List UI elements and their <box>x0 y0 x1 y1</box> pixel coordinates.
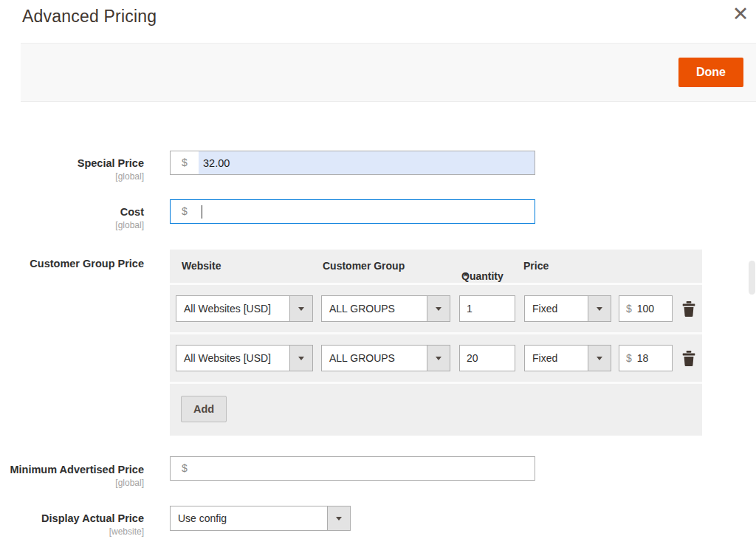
special-price-label-col: Special Price [global] <box>0 151 144 182</box>
delete-row-button[interactable] <box>681 301 697 317</box>
cost-label: Cost <box>0 206 144 219</box>
delete-row-button[interactable] <box>681 351 697 367</box>
required-asterisk: * <box>464 270 467 282</box>
display-actual-price-select[interactable]: Use config <box>170 506 351 531</box>
map-label-col: Minimum Advertised Price [global] <box>0 456 144 488</box>
price-input[interactable] <box>637 352 672 364</box>
map-row: Minimum Advertised Price [global] $ <box>0 456 756 488</box>
page-title: Advanced Pricing <box>22 7 157 27</box>
price-type-select[interactable]: Fixed <box>524 345 611 371</box>
minimum-advertised-price-input[interactable] <box>199 457 535 480</box>
chevron-down-icon <box>298 357 304 360</box>
customer-group-select[interactable]: ALL GROUPS <box>321 295 450 322</box>
website-select[interactable]: All Websites [USD] <box>176 345 313 371</box>
price-type-select[interactable]: Fixed <box>524 295 611 322</box>
currency-prefix: $ <box>171 151 199 174</box>
chevron-down-icon <box>597 357 602 360</box>
display-actual-price-scope: [website] <box>0 526 144 537</box>
quantity-input[interactable] <box>459 345 515 371</box>
table-row: All Websites [USD] ALL GROUPS Fixed $ <box>170 334 702 382</box>
close-button[interactable]: ✕ <box>728 1 753 27</box>
currency-prefix: $ <box>619 352 637 364</box>
col-header-price: Price <box>523 260 549 272</box>
special-price-row: Special Price [global] $ <box>0 151 756 182</box>
chevron-down-icon <box>597 307 602 311</box>
map-label: Minimum Advertised Price <box>0 464 144 476</box>
chevron-down-icon <box>298 307 304 311</box>
quantity-input[interactable] <box>459 295 515 322</box>
special-price-scope: [global] <box>0 171 144 182</box>
advanced-pricing-modal: Advanced Pricing ✕ Done Special Price [g… <box>0 0 756 553</box>
col-header-customer-group: Customer Group <box>323 260 405 272</box>
special-price-input[interactable] <box>199 151 535 174</box>
chevron-down-icon <box>436 307 441 311</box>
cost-scope: [global] <box>0 220 144 230</box>
cost-field-wrap: $ <box>170 199 535 224</box>
add-row-band: Add <box>170 384 702 436</box>
trash-icon <box>682 301 695 317</box>
display-actual-price-label: Display Actual Price <box>0 512 144 525</box>
scrollbar-thumb[interactable] <box>749 261 755 295</box>
done-button[interactable]: Done <box>678 58 743 87</box>
group-price-field-wrap: $ <box>619 345 673 371</box>
price-input[interactable] <box>637 303 672 315</box>
currency-prefix: $ <box>619 303 637 315</box>
group-price-header: Website Customer Group Quantity* Price <box>170 250 702 283</box>
special-price-label: Special Price <box>0 157 144 170</box>
cost-label-col: Cost [global] <box>0 199 144 230</box>
currency-prefix: $ <box>171 457 199 480</box>
table-row: All Websites [USD] ALL GROUPS Fixed $ <box>170 285 702 332</box>
website-select[interactable]: All Websites [USD] <box>176 295 313 322</box>
trash-icon <box>682 351 695 366</box>
dap-label-col: Display Actual Price [website] <box>0 506 144 537</box>
close-icon: ✕ <box>732 2 749 25</box>
map-scope: [global] <box>0 478 144 488</box>
currency-prefix: $ <box>171 200 199 223</box>
special-price-field-wrap: $ <box>170 151 535 175</box>
col-header-website: Website <box>182 260 221 272</box>
chevron-down-icon <box>336 517 342 521</box>
cost-row: Cost [global] $ <box>0 199 756 230</box>
cost-input[interactable] <box>199 200 535 223</box>
display-actual-price-row: Display Actual Price [website] Use confi… <box>0 506 756 537</box>
group-price-field-wrap: $ <box>619 295 673 322</box>
customer-group-select[interactable]: ALL GROUPS <box>321 345 450 371</box>
map-field-wrap: $ <box>170 456 535 481</box>
add-row-button[interactable]: Add <box>181 396 227 422</box>
chevron-down-icon <box>436 357 441 360</box>
group-price-table: Website Customer Group Quantity* Price A… <box>170 250 702 436</box>
group-price-label: Customer Group Price <box>0 258 144 270</box>
modal-toolbar: Done <box>21 43 756 102</box>
